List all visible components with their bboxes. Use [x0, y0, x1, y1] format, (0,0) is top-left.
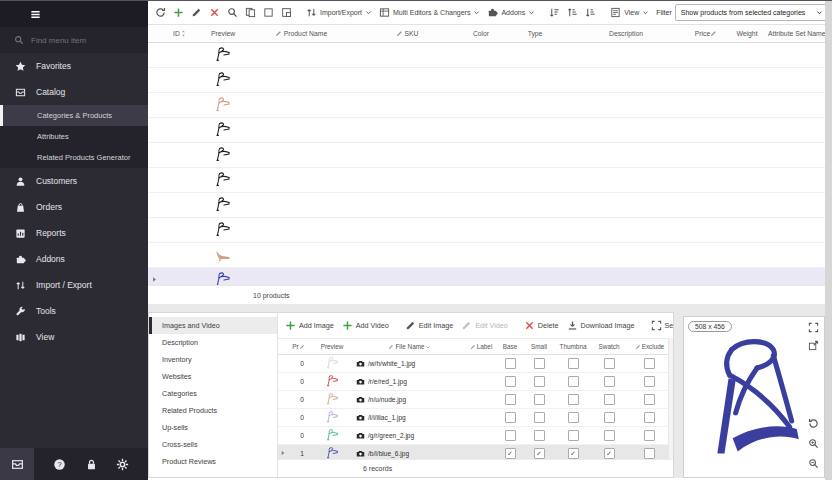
thumbnail-checkbox[interactable]	[568, 430, 579, 441]
swatch-checkbox[interactable]	[604, 376, 615, 387]
set-resize-rule-button[interactable]: Set Resize Rule	[649, 319, 673, 332]
sidebar-item-orders[interactable]: Orders	[0, 194, 148, 220]
sidebar-item-customers[interactable]: Customers	[0, 168, 148, 194]
tab-images-and-video[interactable]: Images and Video	[149, 317, 277, 334]
tab-up-sells[interactable]: Up-sells	[149, 419, 277, 436]
row-expander-icon[interactable]	[151, 277, 158, 284]
lock-icon[interactable]	[85, 458, 98, 471]
image-row[interactable]: 0/w/h/white_1.jpg	[278, 355, 673, 373]
swatch-checkbox[interactable]	[604, 412, 615, 423]
edit-button[interactable]	[189, 6, 204, 19]
exclude-checkbox[interactable]	[644, 430, 655, 441]
edit-image-button[interactable]: Edit Image	[403, 319, 455, 332]
product-row[interactable]	[148, 143, 825, 168]
small-checkbox[interactable]	[534, 376, 545, 387]
product-row[interactable]	[148, 218, 825, 243]
add-video-button[interactable]: Add Video	[340, 319, 391, 332]
edit-video-button[interactable]: Edit Video	[459, 319, 510, 332]
tab-description[interactable]: Description	[149, 334, 277, 351]
exclude-checkbox[interactable]	[644, 448, 655, 459]
column-header-file-name[interactable]: File Name	[354, 339, 466, 355]
filter-select[interactable]: Show products from selected categories	[675, 4, 829, 21]
delete-button[interactable]	[207, 6, 222, 19]
sidebar-item-related-products-generator[interactable]: Related Products Generator	[0, 147, 148, 168]
sidebar-item-catalog[interactable]: Catalog	[0, 79, 148, 105]
product-row[interactable]	[148, 43, 825, 68]
column-header-swatch[interactable]: Swatch	[592, 339, 626, 355]
column-header-label[interactable]: Label	[466, 339, 496, 355]
select-button[interactable]	[261, 6, 276, 19]
exclude-checkbox[interactable]	[644, 412, 655, 423]
menu-view[interactable]: View	[608, 6, 651, 19]
sidebar-item-categories-products[interactable]: Categories & Products	[0, 105, 148, 126]
sidebar-search[interactable]: Find menu item	[0, 27, 148, 53]
swatch-checkbox[interactable]	[604, 358, 615, 369]
column-header-preview[interactable]: Preview	[310, 339, 354, 355]
base-checkbox[interactable]	[505, 412, 516, 423]
swatch-checkbox[interactable]: ✓	[604, 448, 615, 459]
menu-icon[interactable]	[30, 9, 41, 20]
image-row[interactable]: 0/n/u/nude.jpg	[278, 391, 673, 409]
base-checkbox[interactable]	[505, 358, 516, 369]
column-header-description[interactable]: Description	[566, 25, 686, 43]
menu-import-export[interactable]: Import/Export	[304, 6, 374, 19]
column-header-exclude[interactable]: Exclude	[626, 339, 673, 355]
thumbnail-checkbox[interactable]	[568, 394, 579, 405]
zoom-in-icon[interactable]	[808, 438, 819, 449]
sidebar-item-favorites[interactable]: Favorites	[0, 53, 148, 79]
column-header-sku[interactable]: SKU	[356, 25, 458, 43]
small-checkbox[interactable]	[534, 394, 545, 405]
base-checkbox[interactable]	[505, 376, 516, 387]
tab-inventory[interactable]: Inventory	[149, 351, 277, 368]
sidebar-item-reports[interactable]: Reports	[0, 220, 148, 246]
external-link-icon[interactable]	[808, 340, 819, 351]
base-checkbox[interactable]	[505, 430, 516, 441]
column-header-type[interactable]: Type	[504, 25, 566, 43]
tab-categories[interactable]: Categories	[149, 385, 277, 402]
fullscreen-icon[interactable]	[808, 322, 819, 333]
sidebar-item-import-export[interactable]: Import / Export	[0, 272, 148, 298]
clone-button[interactable]	[279, 6, 294, 19]
image-row[interactable]: 0/r/e/red_1.jpg	[278, 373, 673, 391]
thumbnail-checkbox[interactable]	[568, 376, 579, 387]
search-button[interactable]	[225, 6, 240, 19]
column-header-attribute-set-name[interactable]: Attribute Set Name	[766, 25, 825, 43]
small-checkbox[interactable]	[534, 430, 545, 441]
row-expander-icon[interactable]	[280, 450, 286, 457]
product-row[interactable]	[148, 168, 825, 193]
sort-button[interactable]	[547, 6, 562, 19]
swatch-checkbox[interactable]	[604, 430, 615, 441]
add-image-button[interactable]: Add Image	[283, 319, 336, 332]
zoom-out-icon[interactable]	[808, 458, 819, 469]
product-row[interactable]	[148, 268, 825, 286]
thumbnail-checkbox[interactable]	[568, 412, 579, 423]
product-row[interactable]	[148, 243, 825, 268]
product-row[interactable]	[148, 93, 825, 118]
column-header-preview[interactable]: Preview	[200, 25, 246, 43]
column-header-pr[interactable]: Pr	[288, 339, 310, 355]
tab-cross-sells[interactable]: Cross-sells	[149, 436, 277, 453]
tab-related-products[interactable]: Related Products	[149, 402, 277, 419]
image-table-scrollbar[interactable]	[668, 338, 673, 460]
column-header-small[interactable]: Small	[524, 339, 554, 355]
base-checkbox[interactable]	[505, 394, 516, 405]
column-header-product-name[interactable]: Product Name	[246, 25, 356, 43]
sidebar-item-view[interactable]: View	[0, 324, 148, 350]
delete-button[interactable]: Delete	[522, 319, 561, 332]
gear-icon[interactable]	[116, 458, 129, 471]
small-checkbox[interactable]	[534, 358, 545, 369]
column-header-price[interactable]: Price	[686, 25, 728, 43]
column-header-color[interactable]: Color	[458, 25, 504, 43]
sidebar-item-addons[interactable]: Addons	[0, 246, 148, 272]
swatch-checkbox[interactable]	[604, 394, 615, 405]
small-checkbox[interactable]: ✓	[534, 448, 545, 459]
refresh-button[interactable]	[153, 6, 168, 19]
column-header-id[interactable]: ID	[162, 25, 200, 43]
help-icon[interactable]: ?	[53, 458, 66, 471]
base-checkbox[interactable]: ✓	[505, 448, 516, 459]
column-header-base[interactable]: Base	[496, 339, 524, 355]
product-row[interactable]	[148, 193, 825, 218]
small-checkbox[interactable]	[534, 412, 545, 423]
download-image-button[interactable]: Download Image	[565, 319, 637, 332]
archive-icon[interactable]	[0, 448, 34, 480]
